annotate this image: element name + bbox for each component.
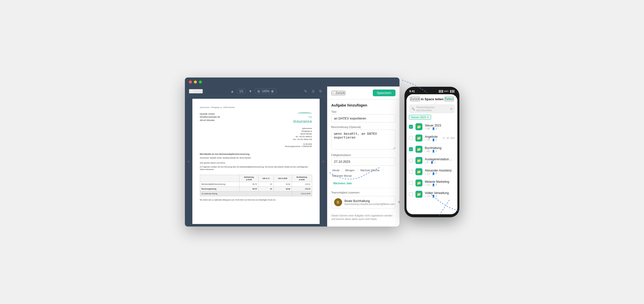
quick-date-woche[interactable]: Nächste Woche xyxy=(359,168,380,172)
logo-insurance: insurance xyxy=(285,119,312,124)
folder-glyph: 📁 xyxy=(417,192,421,196)
phone-search-bar[interactable]: 🔍 FileeeeSpaces durchsuchen ⊞ xyxy=(409,104,455,113)
task-panel: ← Zurück Speichern Aufgabe hinzufügen Ti… xyxy=(327,86,400,227)
task-heading: Aufgabe hinzufügen xyxy=(331,103,396,107)
save-button[interactable]: Speichern xyxy=(373,89,396,96)
page-up-button[interactable]: ▲ xyxy=(230,89,235,94)
folder-icon: 📁 xyxy=(416,123,422,130)
list-item: 📁 Buchhaltung □ 80 · 👤 3 xyxy=(406,144,457,155)
page-indicator: 1/1 xyxy=(237,89,246,94)
space-item-info: Volker Verwaltung □ 12 · 👤 4 xyxy=(425,191,452,198)
sender-name: myInsurance xyxy=(285,127,312,130)
grid-view-icon[interactable]: ⊞ xyxy=(450,107,452,110)
edit-icon-button[interactable]: ✎ xyxy=(303,89,308,94)
checkbox-alexander[interactable] xyxy=(409,170,413,174)
active-space-tag: Steuer 2023 ✕ xyxy=(409,115,432,120)
phone-status-icons: ▐▐▐ WiFi ▐▐▐ xyxy=(438,90,454,92)
zoom-in-button[interactable]: ⊕ xyxy=(271,89,274,93)
phone-back-button[interactable]: Zurück xyxy=(410,97,420,101)
recipient-city: 48143 Münster xyxy=(200,119,220,122)
space-item-info: Steuer 2023 □ 68 · 👤 4 xyxy=(425,124,452,130)
quick-date-heute[interactable]: Heute xyxy=(331,168,340,172)
sender-city: 48155 Münster xyxy=(285,132,312,135)
traffic-light-green[interactable] xyxy=(199,80,202,83)
logo-curve xyxy=(297,112,312,114)
phone-share-button[interactable]: Teilen xyxy=(444,97,454,101)
prev-page-arrow[interactable]: ‹ xyxy=(185,96,192,227)
traffic-light-red[interactable] xyxy=(189,80,192,83)
pdf-main: ‹ myInsurance · Reisigweg 1a · 48155 Mün… xyxy=(185,96,327,227)
folder-icon: 📁 xyxy=(416,134,422,141)
recipient-company: MySME GmbH xyxy=(200,112,220,116)
page-down-button[interactable]: ▼ xyxy=(248,89,253,94)
checkbox-auslagen[interactable] xyxy=(409,159,413,163)
mobile-phone: 9:41 ▐▐▐ WiFi ▐▐▐ Zurück in Space teilen… xyxy=(404,87,459,217)
due-date-input[interactable] xyxy=(331,158,396,166)
table-row-zu-zahlen: Zu zahlender Betrag 115,14 EUR xyxy=(200,192,312,196)
sender-fax: Fax: +49 251 99942-232 xyxy=(285,138,312,141)
pdf-logo-area: my insurance myInsurance Reisigweg 1a 48… xyxy=(285,112,312,148)
pdf-recipient: MySME GmbH Windthorststraße 68 48143 Mün… xyxy=(200,112,220,122)
battery-icon: ▐▐▐ xyxy=(450,90,454,92)
table-header-desc xyxy=(200,175,240,182)
checkbox-steuer2023[interactable] xyxy=(409,125,413,129)
pdf-back-button[interactable]: ← Zurück xyxy=(189,89,203,93)
checkbox-buchhaltung[interactable] xyxy=(409,147,413,151)
space-name: Buchhaltung xyxy=(425,146,452,150)
next-page-arrow[interactable]: › xyxy=(320,96,327,227)
folder-glyph: 📁 xyxy=(417,181,421,185)
desc-label: Beschreibung (Optional) xyxy=(331,125,396,128)
share-button[interactable]: ↻ xyxy=(318,89,323,94)
wifi-icon: WiFi xyxy=(444,90,448,92)
space-name: Angebote xyxy=(425,135,440,138)
list-item: 📁 Auslagenerstattungen □ 8 · 👤 3 xyxy=(406,155,457,166)
remove-tag-button[interactable]: ✕ xyxy=(427,116,429,119)
pdf-invoice-table: Nettobetragin EUR USt in % USt in EUR Br… xyxy=(200,175,312,196)
space-meta: □ 12 · 👤 4 xyxy=(425,172,452,175)
phone-notch: 9:41 ▐▐▐ WiFi ▐▐▐ xyxy=(406,90,457,93)
pdf-date: 01.08.2023 Rechnungsnummer: 17283916-RP xyxy=(285,143,312,148)
desktop-window: ← Zurück ▲ 1/1 ▼ ⊖ 100% ⊕ ✎ xyxy=(185,77,400,227)
folder-icon: 📁 xyxy=(416,168,422,175)
checkbox-volker[interactable] xyxy=(409,192,413,196)
space-meta: □ 12 · 👤 4 xyxy=(425,195,452,198)
quick-date-morgen[interactable]: Morgen xyxy=(344,168,356,172)
traffic-light-yellow[interactable] xyxy=(194,80,197,83)
title-input[interactable] xyxy=(331,114,396,122)
space-meta: □ 12 · 👤 4 xyxy=(425,184,452,186)
list-item: 📁 Alexander Assistenz □ 12 · 👤 4 xyxy=(406,166,457,178)
checkbox-angebote[interactable] xyxy=(409,136,413,140)
window-titlebar xyxy=(185,77,400,86)
signal-icon: ▐▐▐ xyxy=(438,90,443,92)
pdf-document: myInsurance · Reisigweg 1a · 48155 Münst… xyxy=(192,99,320,224)
quick-date-jahr[interactable]: Nächstes Jahr xyxy=(332,181,353,185)
phone-screen: Zurück in Space teilen Teilen 🔍 FileeeeS… xyxy=(406,94,457,214)
phone-nav-title: in Space teilen xyxy=(421,97,444,101)
folder-icon: 📁 xyxy=(416,146,422,153)
print-button[interactable]: ⎙ xyxy=(311,89,315,94)
space-item-info: Buchhaltung □ 80 · 👤 3 xyxy=(425,146,452,153)
task-header: ← Zurück Speichern xyxy=(327,86,400,99)
folder-icon: 📁 xyxy=(416,191,422,198)
table-header-netto: Nettobetragin EUR xyxy=(240,175,258,182)
space-item-info: Melanie Marketing □ 12 · 👤 4 xyxy=(425,180,452,186)
zoom-out-button[interactable]: ⊖ xyxy=(257,89,260,93)
task-back-button[interactable]: ← Zurück xyxy=(331,91,345,95)
pdf-greeting: Sehr geehrte Damen und Herren, xyxy=(200,162,312,164)
table-header-ust-pct: USt in % xyxy=(258,175,274,182)
desc-textarea[interactable]: wenn bezahlt, an DATEV exportieren xyxy=(331,129,396,149)
member-email: teamstesting+claudia.accountant@fileee.c… xyxy=(344,203,395,206)
space-name: Alexander Assistenz xyxy=(425,169,452,172)
space-item-info: Auslagenerstattungen □ 8 · 👤 3 xyxy=(425,158,452,164)
checkbox-melanie[interactable] xyxy=(409,181,413,185)
space-meta: □ 15 · 👤 5 xyxy=(425,138,440,141)
quick-date-monat[interactable]: Nächster Monat xyxy=(331,174,353,178)
team-member-select[interactable]: B Beate Buchhaltung teamstesting+claudia… xyxy=(331,196,396,209)
space-item-info: Angebote □ 15 · 👤 5 xyxy=(425,135,440,141)
table-header-ust-eur: USt in EUR xyxy=(274,175,292,182)
pdf-subject: RECHNUNG für Ihre Betriebshaftpflichtver… xyxy=(200,153,312,156)
phone-time: 9:41 xyxy=(410,90,415,93)
space-meta: □ 8 · 👤 3 xyxy=(425,161,452,164)
team-section: Teammitglied zuweisen B Beate Buchhaltun… xyxy=(327,188,400,212)
space-name: Volker Verwaltung xyxy=(425,191,452,195)
